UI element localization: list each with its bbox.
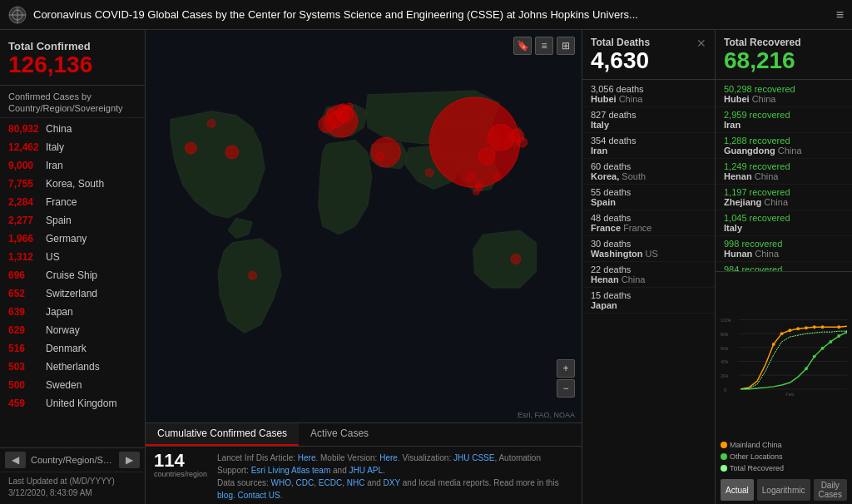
country-name-label: Korea, South xyxy=(46,176,104,191)
nhc-link[interactable]: NHC xyxy=(347,478,365,487)
country-count-value: 503 xyxy=(8,359,46,374)
sidebar: Total Confirmed 126,136 Confirmed Cases … xyxy=(0,30,146,504)
mobile-link[interactable]: Here xyxy=(379,453,398,462)
other-locations-label: Other Locations xyxy=(730,452,783,461)
confirmed-cases-label: Confirmed Cases by Country/Region/Sovere… xyxy=(0,86,145,119)
death-region: Italy xyxy=(591,120,609,130)
country-list-item[interactable]: 1,312US xyxy=(0,248,145,266)
country-list-item[interactable]: 500Sweden xyxy=(0,376,145,394)
nav-label: Country/Region/Sovere... xyxy=(26,455,119,465)
daily-cases-button[interactable]: Daily Cases xyxy=(814,479,848,501)
svg-point-47 xyxy=(780,332,784,335)
recovered-region: Zhejiang xyxy=(724,197,761,207)
country-list-item[interactable]: 503Netherlands xyxy=(0,358,145,376)
death-country: US xyxy=(646,249,658,259)
esri-link[interactable]: Esri Living Atlas team xyxy=(251,466,331,475)
death-count: 48 deaths xyxy=(591,213,706,223)
blog-link[interactable]: blog xyxy=(217,491,233,500)
grid-button[interactable]: ⊞ xyxy=(557,37,575,55)
recovered-count: 1,045 recovered xyxy=(724,213,844,223)
country-list-item[interactable]: 652Switzerland xyxy=(0,284,145,303)
country-list-item[interactable]: 7,755Korea, South xyxy=(0,175,145,193)
svg-point-50 xyxy=(805,326,808,329)
ecdc-link[interactable]: ECDC xyxy=(319,478,342,487)
country-count-value: 2,277 xyxy=(8,213,46,228)
death-country: China xyxy=(622,274,646,284)
who-link[interactable]: WHO xyxy=(271,478,291,487)
country-count-value: 12,462 xyxy=(8,140,46,155)
death-location: Italy xyxy=(591,120,706,130)
svg-point-7 xyxy=(371,137,401,167)
svg-text:20k: 20k xyxy=(721,373,729,378)
svg-point-23 xyxy=(249,271,257,279)
recovered-location: Henan China xyxy=(724,171,844,181)
recovered-region: Hunan xyxy=(724,249,752,259)
nav-prev-button[interactable]: ◀ xyxy=(5,452,26,468)
country-list-item[interactable]: 516Denmark xyxy=(0,339,145,358)
country-name-label: Japan xyxy=(46,304,73,319)
zoom-in-button[interactable]: + xyxy=(557,359,575,378)
deaths-close-button[interactable]: ✕ xyxy=(696,37,706,50)
death-region: France xyxy=(591,223,621,233)
actual-button[interactable]: Actual xyxy=(721,479,754,501)
recovered-count: 50,298 recovered xyxy=(724,84,844,94)
recovered-value: 68,216 xyxy=(724,48,844,74)
cdc-link[interactable]: CDC xyxy=(296,478,315,487)
country-name-label: Italy xyxy=(46,140,64,155)
svg-point-22 xyxy=(511,254,521,264)
recovered-country: China xyxy=(764,197,788,207)
death-count: 30 deaths xyxy=(591,239,706,249)
svg-point-27 xyxy=(425,169,433,177)
jhu-csse-link[interactable]: JHU CSSE xyxy=(453,453,494,462)
dxy-link[interactable]: DXY xyxy=(384,478,400,487)
deaths-section: ✕ Total Deaths 4,630 xyxy=(582,30,715,80)
jhu-apl-link[interactable]: JHU APL xyxy=(349,466,384,475)
recovered-region: Henan xyxy=(724,171,752,181)
country-list-item[interactable]: 2,284France xyxy=(0,193,145,211)
logarithmic-button[interactable]: Logarithmic xyxy=(757,479,810,501)
list-button[interactable]: ≡ xyxy=(535,37,553,55)
country-list-item[interactable]: 12,462Italy xyxy=(0,138,145,156)
svg-point-49 xyxy=(796,327,800,330)
death-region: Iran xyxy=(591,146,607,156)
map-area[interactable]: 🔖 ≡ ⊞ + − Esri, FAO, NOAA xyxy=(146,30,582,422)
country-list-item[interactable]: 9,000Iran xyxy=(0,156,145,175)
country-list-item[interactable]: 2,277Spain xyxy=(0,211,145,230)
svg-point-32 xyxy=(494,174,501,180)
death-count: 22 deaths xyxy=(591,264,706,274)
chart-buttons: Actual Logarithmic Daily Cases xyxy=(721,476,847,504)
map-container: 🔖 ≡ ⊞ + − Esri, FAO, NOAA Cumulative Con… xyxy=(146,30,582,504)
country-list: 80,932China12,462Italy9,000Iran7,755Kore… xyxy=(0,118,145,447)
country-name-label: Switzerland xyxy=(46,286,97,301)
svg-point-21 xyxy=(346,103,353,110)
death-list-item: 15 deathsJapan xyxy=(582,288,715,314)
country-list-item[interactable]: 629Norway xyxy=(0,321,145,339)
recovered-panel: Total Recovered 68,216 50,298 recoveredH… xyxy=(715,30,852,504)
country-list-item[interactable]: 80,932China xyxy=(0,120,145,138)
svg-point-46 xyxy=(772,343,775,346)
country-list-item[interactable]: 1,966Germany xyxy=(0,230,145,248)
svg-point-24 xyxy=(478,148,495,165)
total-recovered-label: Total Recovered xyxy=(730,464,784,472)
country-count-value: 459 xyxy=(8,396,46,411)
contact-link[interactable]: Contact US xyxy=(238,491,280,500)
map-tab[interactable]: Cumulative Confirmed Cases xyxy=(146,423,299,446)
death-list-item: 3,056 deathsHubei China xyxy=(582,82,715,107)
menu-icon[interactable]: ≡ xyxy=(836,7,844,22)
country-list-item[interactable]: 696Cruise Ship xyxy=(0,266,145,284)
country-list-item[interactable]: 639Japan xyxy=(0,303,145,321)
country-name-label: Germany xyxy=(46,231,87,246)
bookmark-button[interactable]: 🔖 xyxy=(513,37,532,55)
recovered-list-item: 2,959 recoveredIran xyxy=(716,107,852,133)
death-count: 60 deaths xyxy=(591,161,706,171)
death-location: Japan xyxy=(591,300,706,310)
recovered-count: 998 recovered xyxy=(724,239,844,249)
svg-point-25 xyxy=(467,173,475,181)
lancet-link[interactable]: Here xyxy=(298,453,316,462)
nav-next-button[interactable]: ▶ xyxy=(119,452,140,468)
death-region: Japan xyxy=(591,300,617,310)
country-list-item[interactable]: 459United Kingdom xyxy=(0,394,145,413)
country-count-section: 114 countries/region xyxy=(154,452,207,478)
zoom-out-button[interactable]: − xyxy=(557,379,575,398)
map-tab[interactable]: Active Cases xyxy=(299,423,380,446)
